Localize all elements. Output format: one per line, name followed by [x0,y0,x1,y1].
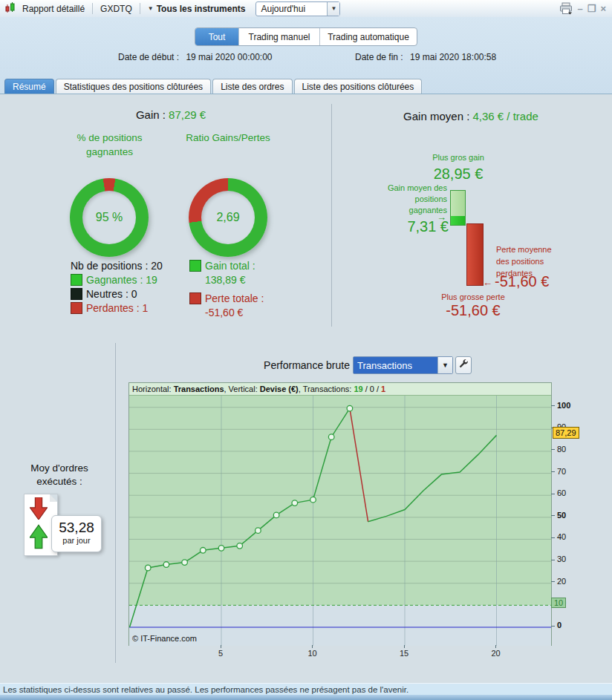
avg-gain-title-value: 4,36 € / trade [472,110,538,122]
filter-tab-trading-automatique[interactable]: Trading automatique [320,28,417,45]
x-axis-label: 5 [212,649,229,658]
loss-total-label: Perte totale : [205,292,264,304]
x-tick [404,645,405,648]
y-tick [551,515,555,516]
gain-total-label: Gain total : [205,260,255,272]
y-tick [551,560,555,560]
y-axis-label: 80 [557,445,566,454]
tab-liste-positions[interactable]: Liste des positions clôturées [294,79,423,94]
chevron-down-icon[interactable]: ▼ [327,2,339,16]
status-bar: Les statistiques ci-dessus sont relative… [0,683,612,695]
gain-total-swatch [189,260,201,272]
header-zone: Tout Trading manuel Trading automatique … [0,17,612,94]
count-loss: 1 [381,385,385,393]
date-start-value: 19 mai 2020 00:00:00 [186,52,272,62]
date-start: Date de début : 19 mai 2020 00:00:00 [118,52,273,62]
window-title: Rapport détaillé [19,4,88,14]
separator [140,3,140,14]
vertical-divider [115,343,116,663]
window-controls: – ❒ × [559,1,612,16]
orders-unit: par jour [52,536,101,545]
date-start-label: Date de début : [118,52,179,62]
x-axis-label: 20 [488,649,504,658]
wrench-icon [458,359,469,372]
x-tick [221,645,221,648]
loss-total-value: -51,60 € [205,307,243,318]
scope-filter: Tout Trading manuel Trading automatique [195,27,417,46]
performance-label: Performance brute [201,359,350,371]
biggest-gain-value: 28,95 € [414,166,503,183]
close-button[interactable]: × [600,3,606,14]
y-axis-label: 50 [557,511,566,520]
performance-axis-select[interactable]: Transactions ▼ [353,356,453,374]
filter-tab-trading-manuel[interactable]: Trading manuel [239,28,320,45]
tab-liste-ordres[interactable]: Liste des ordres [212,79,292,94]
filter-tab-tout[interactable]: Tout [195,28,239,45]
y-tick [551,537,555,538]
y-tick [551,581,555,582]
x-tick [495,645,496,648]
orders-value-box: 53,28 par jour [51,515,102,552]
instrument-code: GXDTQ [97,4,135,14]
legend-neutral-swatch [71,288,82,300]
avg-win-label: Gain moyen des positions gagnantes [365,183,447,216]
orders-average-label: Moy d'ordres exécutés : [7,462,111,488]
svg-text:© IT-Finance.com: © IT-Finance.com [132,634,197,643]
chart-settings-button[interactable] [455,356,472,374]
avg-gain-title-label: Gain moyen : [403,110,469,122]
chevron-down-icon[interactable]: ▼ [437,357,452,373]
y-axis-label: 20 [557,577,566,586]
date-end: Date de fin : 19 mai 2020 18:00:58 [355,52,496,62]
avg-gain-title: Gain moyen : 4,36 € / trade [331,110,611,122]
x-axis-label: 15 [396,649,412,658]
candlestick-icon [0,1,19,16]
y-axis-label: 70 [557,467,566,476]
chevron-down-icon: ▼ [148,5,154,12]
winrate-title: % de positions gagnantes [74,131,145,159]
orders-value: 53,28 [52,520,101,536]
tab-resume[interactable]: Résumé [4,79,54,94]
legend-win-label: Gagnantes : 19 [86,274,157,286]
ratio-donut-chart: 2,69 [189,178,267,257]
y-tick [551,449,555,450]
separator [92,3,93,14]
tabs-underline [0,94,612,94]
arrow-up-icon [30,523,48,554]
period-select-value: Aujourd'hui [256,4,327,14]
arrow-left-icon: ← [483,277,492,288]
period-select[interactable]: Aujourd'hui ▼ [255,1,340,16]
y-tick [551,626,555,627]
print-button[interactable] [559,2,573,17]
threshold-badge: 10 [551,598,566,608]
tab-statistiques[interactable]: Statistiques des positions clôturées [56,79,211,94]
chart-plot-area[interactable]: © IT-Finance.com [129,396,551,646]
gain-total-value: 138,89 € [205,274,246,286]
winrate-value: 95 % [96,211,123,224]
performance-chart[interactable]: Horizontal: Transactions, Vertical: Devi… [128,382,552,646]
x-axis-label: 10 [305,649,321,658]
gain-label: Gain : [136,108,166,121]
biggest-gain-label: Plus gros gain [414,152,503,163]
y-axis-label: 100 [557,401,570,410]
avg-loss-value: -51,60 € [495,273,549,290]
gain-title: Gain : 87,29 € [0,108,342,121]
avg-win-value: 7,31 € [365,218,449,235]
performance-axis-value: Transactions [354,357,437,373]
count-win: 19 [354,385,362,393]
biggest-loss-value: -51,60 € [429,302,518,319]
minimize-button[interactable]: – [578,3,583,14]
legend-neutral-label: Neutres : 0 [86,288,137,300]
date-end-label: Date de fin : [355,52,403,62]
date-end-value: 19 mai 2020 18:00:58 [410,52,496,62]
arrow-down-icon [30,497,48,523]
avg-win-bar-segment [451,216,465,225]
title-bar: Rapport détaillé GXDTQ ▼ Tous les instru… [0,0,612,18]
averages-panel: Gain moyen : 4,36 € / trade Plus gros ga… [331,100,611,338]
instruments-menu[interactable]: Tous les instruments [154,4,249,14]
y-axis-label: 40 [557,532,566,541]
report-tabs: Résumé Statistiques des positions clôtur… [4,79,422,94]
y-tick [551,471,555,472]
biggest-loss-label: Plus grosse perte [429,291,518,303]
ratio-value: 2,69 [216,211,239,224]
maximize-button[interactable]: ❒ [587,3,596,14]
